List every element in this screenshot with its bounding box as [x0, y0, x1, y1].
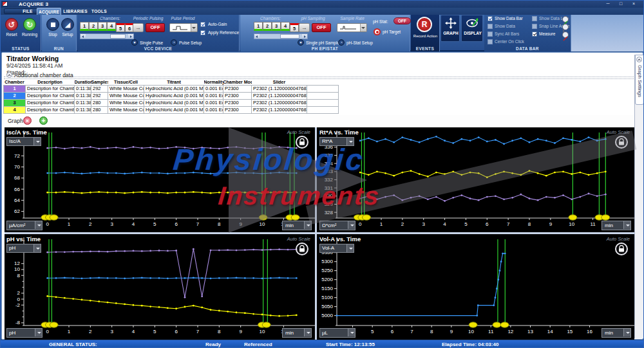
scrollbar-thumb[interactable] [280, 34, 299, 39]
vcc-chamber-3-button[interactable]: 3 [98, 22, 107, 31]
periodic-pulse-arrow-icon[interactable]: → [133, 23, 144, 32]
chevron-down-icon [33, 138, 41, 145]
svg-text:9: 9 [450, 329, 453, 334]
auto-gain-checkbox[interactable] [200, 22, 205, 27]
lock-icon[interactable] [296, 136, 308, 149]
maximize-button[interactable]: □ [615, 1, 627, 7]
vcc-chamber-4-button[interactable]: 4 [107, 22, 116, 31]
ph-target-label[interactable]: pH Target [383, 30, 401, 34]
expand-chevron-icon[interactable] [636, 57, 642, 62]
sync-all-bars-checkbox[interactable] [488, 32, 493, 37]
ph-sampling-arrow-icon[interactable]: → [299, 23, 310, 32]
scroll-left-icon[interactable] [254, 34, 260, 39]
tab-libraries[interactable]: LIBRARIES [62, 8, 88, 15]
center-on-click-checkbox[interactable] [488, 39, 493, 44]
ph-sampling-off-button[interactable]: OFF [312, 23, 331, 32]
display-ribbon-button[interactable]: DISPLAY [461, 15, 483, 42]
cell-duration: 0:11:38 [75, 85, 91, 92]
general-status-label: GENERAL STATUS: [49, 342, 97, 347]
series-select[interactable]: Rt*A [319, 137, 354, 146]
pulse-setup-icon[interactable]: ◔ [171, 39, 177, 46]
ph-stat-setup-label[interactable]: pH-Stat Setup [346, 41, 373, 45]
series-select[interactable]: Vol-A [319, 244, 354, 253]
pulse-period-select[interactable] [169, 23, 198, 32]
unit-select[interactable]: Ω*cm² [319, 221, 355, 230]
record-action-icon[interactable]: R [417, 17, 432, 32]
ph-stat-label: pH Stat: [373, 19, 388, 24]
unit-select[interactable]: pH [6, 328, 43, 338]
series-select[interactable]: Isc/A [6, 137, 41, 146]
x-unit-select[interactable]: min [282, 221, 312, 230]
tab-acquire[interactable]: ACQUIRE [37, 8, 61, 15]
ph-chamber-1-button[interactable]: 1 [254, 22, 263, 31]
ph-stat-setup-icon[interactable]: ◔ [338, 39, 345, 46]
tab-tools[interactable]: TOOLS [90, 8, 109, 15]
tab-file[interactable]: FILE [20, 8, 35, 15]
single-pulse-icon[interactable]: ▾ [131, 39, 138, 46]
add-graph-icon[interactable]: + [39, 116, 48, 125]
ph-chamber-scrollbar[interactable] [254, 33, 308, 39]
scroll-left-icon[interactable] [80, 34, 86, 39]
ph-target-icon[interactable] [374, 28, 381, 35]
lock-icon[interactable] [296, 243, 308, 255]
vcc-chamber-scrollbar[interactable] [80, 33, 134, 39]
minimize-button[interactable]: ─ [602, 1, 614, 7]
svg-text:332: 332 [325, 177, 334, 183]
single-ph-sample-label[interactable]: Single pH Sample [306, 41, 339, 45]
additional-chamber-data-bar[interactable]: Additional chamber data [4, 72, 634, 79]
series-select[interactable]: pH [6, 244, 41, 253]
scroll-right-icon[interactable] [302, 34, 307, 39]
graph-tab-label[interactable]: Graph [8, 118, 23, 124]
close-button[interactable]: × [628, 1, 639, 7]
measure-checkbox[interactable] [532, 32, 537, 37]
ph-chamber-2-button[interactable]: 2 [263, 22, 272, 31]
close-graph-icon[interactable]: × [23, 116, 32, 125]
x-unit-select[interactable]: min [282, 328, 312, 338]
snap-line-angle-checkbox[interactable] [532, 24, 537, 29]
periodic-pulsing-off-button[interactable]: OFF [146, 23, 165, 32]
table-row[interactable]: 2 Description for Chamber 2 0:11:38 292 … [4, 92, 339, 99]
scroll-right-icon[interactable] [128, 34, 133, 39]
ph-chamber-5-button[interactable]: 5 [290, 23, 299, 32]
lock-icon[interactable] [615, 136, 628, 149]
unit-select[interactable]: µA/cm² [6, 221, 43, 230]
vcc-chamber-2-button[interactable]: 2 [89, 22, 98, 31]
graph-title: Isc/A vs. Time [6, 129, 47, 136]
unit-select-value: Ω*cm² [322, 223, 336, 228]
vcc-chamber-1-button[interactable]: 1 [80, 22, 89, 31]
databar-group-label: DATA BAR [484, 46, 571, 51]
setup-button[interactable]: ◢ [61, 18, 74, 31]
pulse-setup-label[interactable]: Pulse Setup [179, 41, 202, 45]
reset-icon[interactable]: ↺ [5, 18, 18, 31]
ph-chart: 1210820-2-801234567891011 [5, 234, 315, 340]
collapse-chevron-icon[interactable] [6, 72, 12, 78]
running-label: Running [17, 32, 42, 37]
x-unit-select[interactable]: min [601, 221, 631, 230]
lock-icon[interactable] [615, 243, 628, 255]
show-data-checkbox[interactable] [488, 24, 493, 29]
sample-rate-select[interactable] [337, 23, 367, 32]
scrollbar-thumb[interactable] [110, 34, 126, 39]
show-data-bar-checkbox[interactable] [488, 16, 493, 21]
unit-select[interactable]: µL [319, 328, 355, 338]
graph-settings-tab[interactable]: Graph Settings [635, 55, 644, 105]
periodic-pulsing-label: Periodic Pulsing [129, 16, 167, 21]
apply-reference-checkbox[interactable] [200, 30, 205, 35]
x-unit-select[interactable]: min [601, 328, 631, 338]
single-pulse-label[interactable]: Single Pulse [140, 41, 163, 45]
table-row[interactable]: 3 Description for Chamber 3 0:11:38 280 … [4, 99, 339, 106]
table-row[interactable]: 1 Description for Chamber 1 0:11:38 292 … [4, 85, 339, 92]
show-data-line-checkbox[interactable] [532, 16, 537, 21]
graph-ribbon-button[interactable]: GRAPH [440, 15, 460, 42]
svg-text:10: 10 [569, 221, 574, 227]
chevron-down-icon [623, 329, 630, 336]
running-icon[interactable]: ↻ [23, 18, 36, 31]
ph-chamber-3-button[interactable]: 3 [272, 22, 281, 31]
svg-text:5300: 5300 [321, 259, 333, 264]
table-row[interactable]: 4 Description for Chamber 4 0:11:38 280 … [4, 106, 339, 113]
main-content: Titrator Working 9/24/2025 11:58:41 AM S… [1, 52, 643, 340]
stop-button[interactable] [46, 18, 59, 31]
single-ph-sample-icon[interactable]: ▾ [298, 39, 304, 46]
ph-chamber-4-button[interactable]: 4 [281, 22, 290, 31]
vcc-chamber-5-button[interactable]: 5 [116, 23, 125, 32]
